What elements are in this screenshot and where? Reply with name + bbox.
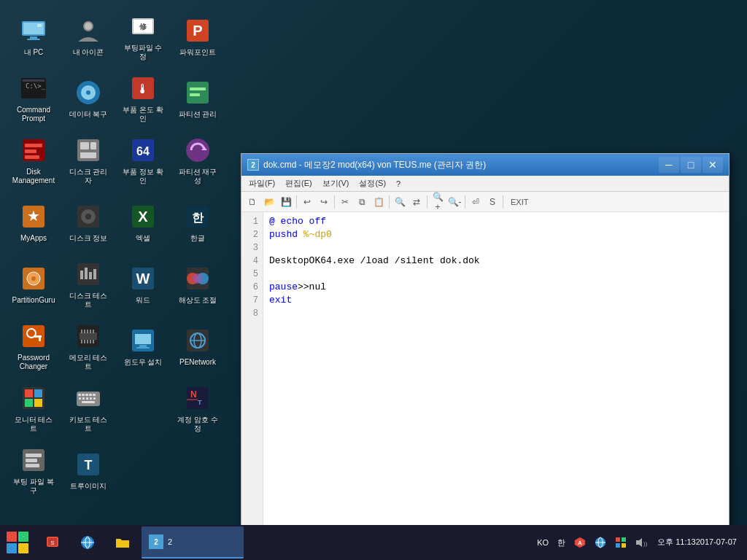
svg-text:T: T [198, 399, 202, 406]
desktop-icon-word[interactable]: W 워드 [117, 255, 169, 314]
desktop-icons-grid: 내 PC 내 아이콘 修 부팅파일 수정 [0, 0, 233, 510]
svg-rect-24 [25, 144, 42, 147]
close-button[interactable]: ✕ [703, 157, 723, 173]
toolbar-new[interactable]: 🗋 [244, 194, 260, 210]
desktop-icon-wininstall[interactable]: 윈도우 설치 [117, 317, 169, 376]
tray-clock[interactable]: 오후 11:13 2017-07-07 [653, 535, 741, 549]
tray-color[interactable] [612, 535, 630, 550]
desktop-icon-penetwork[interactable]: PENetwork [171, 317, 224, 376]
desktop-icon-mypc[interactable]: 내 PC [7, 7, 60, 66]
svg-text:P: P [193, 23, 202, 39]
desktop-icon-kbtest[interactable]: 키보드 테스트 [62, 379, 115, 438]
mypc-label: 내 PC [24, 48, 44, 57]
desktop-icon-bootfix[interactable]: 修 부팅파일 수정 [117, 7, 169, 66]
toolbar-exit[interactable]: EXIT [506, 196, 533, 208]
svg-rect-22 [190, 93, 200, 96]
start-button[interactable] [0, 525, 35, 560]
svg-rect-25 [25, 149, 36, 153]
bootfix-icon: 修 [128, 12, 158, 41]
partreconfig-label: 파티션 재구성 [175, 168, 220, 185]
desktop-icon-memtest[interactable]: 메모리 테스트 [62, 317, 115, 376]
desktop-icon-diskmanage[interactable]: Disk Management [7, 131, 60, 190]
desktop-icon-partreconfig[interactable]: 파티션 재구성 [171, 131, 224, 190]
desktop-icon-trueimage[interactable]: T 트루이미지 [62, 441, 115, 499]
toolbar-copy[interactable]: ⧉ [354, 194, 370, 210]
taskbar-app-notepad[interactable]: 2 2 [142, 526, 244, 559]
desktop-icon-excel[interactable]: X 엑셀 [117, 193, 169, 252]
taskbar-tray: KO 한 A [534, 535, 747, 550]
toolbar-s[interactable]: S [484, 194, 500, 210]
desktop-icon-coloradj[interactable]: 해상도 조절 [171, 255, 224, 314]
tray-sound[interactable]: )))) [632, 535, 650, 550]
svg-point-39 [85, 214, 91, 219]
toolbar-cut[interactable]: ✂ [337, 194, 353, 210]
toolbar-zoomin[interactable]: 🔍+ [430, 194, 446, 210]
menu-edit[interactable]: 편집(E) [281, 177, 317, 190]
taskbar-security-icon[interactable]: S [35, 525, 70, 560]
memtest-icon [74, 322, 103, 351]
toolbar-save[interactable]: 💾 [278, 194, 294, 210]
svg-rect-92 [93, 394, 96, 396]
tray-lang[interactable]: KO [534, 537, 551, 548]
toolbar-replace[interactable]: ⇄ [409, 194, 425, 210]
toolbar-sep-3 [389, 195, 390, 209]
excel-icon: X [128, 202, 158, 231]
maximize-button[interactable]: □ [681, 157, 701, 173]
toolbar-zoomout[interactable]: 🔍- [446, 194, 462, 210]
svg-rect-60 [34, 335, 42, 338]
desktop-icon-cmd[interactable]: C:\>_ Command Prompt [7, 69, 60, 128]
svg-rect-50 [89, 272, 92, 279]
desktop-icon-acctedit[interactable]: N T 계정 암호 수정 [171, 379, 224, 438]
tray-network[interactable] [592, 535, 609, 550]
notepad-window: 2 dok.cmd - 메모장2 mod(x64) von TEUS.me (관… [241, 153, 729, 532]
toolbar-redo[interactable]: ↪ [316, 194, 332, 210]
svg-text:T: T [85, 458, 93, 472]
desktop-icon-montest[interactable]: 모니터 테스트 [7, 379, 60, 438]
partition-icon [183, 78, 212, 107]
svg-text:X: X [138, 209, 148, 225]
toolbar-open[interactable]: 📂 [261, 194, 277, 210]
desktop-icon-myapps[interactable]: ★ MyApps [7, 193, 60, 252]
svg-marker-125 [636, 538, 642, 547]
desktop-icon-passchanger[interactable]: Password Changer [7, 317, 60, 376]
desktop-icon-disktest[interactable]: 디스크 테스트 [62, 255, 115, 314]
menu-settings[interactable]: 설정(S) [355, 177, 390, 190]
toolbar-search[interactable]: 🔍 [392, 194, 408, 210]
tray-han[interactable]: 한 [554, 536, 568, 550]
svg-point-46 [31, 276, 36, 281]
menu-file[interactable]: 파일(F) [244, 177, 279, 190]
svg-text:한: 한 [192, 211, 204, 224]
code-editor[interactable]: @ echo off pushd %~dp0 DesktopOK64.exe /… [263, 212, 729, 532]
desktop-icon-partguru[interactable]: PartitionGuru [7, 255, 60, 314]
desktop-icon-datarestore[interactable]: 데이터 복구 [62, 69, 115, 128]
svg-text:🌡: 🌡 [136, 82, 150, 96]
desktop-icon-diskmanager[interactable]: 디스크 관리자 [62, 131, 115, 190]
desktop-icon-myicon[interactable]: 내 아이콘 [62, 7, 115, 66]
toolbar-paste[interactable]: 📋 [371, 194, 387, 210]
desktop-icon-sysinfo[interactable]: 64 부품 정보 확인 [117, 131, 169, 190]
desktop-icon-hwp[interactable]: 한 한글 [171, 193, 224, 252]
desktop-icon-bootrestore[interactable]: 부팅 파일 복구 [7, 441, 60, 499]
disktest-icon [74, 260, 103, 289]
desktop-icon-diskinfo[interactable]: 디스크 정보 [62, 193, 115, 252]
tray-antivirus[interactable]: A [571, 535, 589, 550]
desktop-icon-tempcheck[interactable]: 🌡 부품 온도 확인 [117, 69, 169, 128]
code-line-1: @ echo off [269, 215, 723, 228]
svg-text:A: A [578, 540, 582, 546]
desktop-icon-powerpoint[interactable]: P 파워포인트 [171, 7, 224, 66]
tile-2 [18, 532, 28, 542]
menu-help[interactable]: ? [392, 179, 405, 189]
svg-rect-66 [87, 330, 88, 333]
taskbar-folder-icon[interactable] [105, 525, 140, 560]
acctedit-label: 계정 암호 수정 [175, 416, 220, 433]
powerpoint-label: 파워포인트 [179, 48, 216, 57]
minimize-button[interactable]: ─ [659, 157, 679, 173]
svg-rect-124 [622, 543, 626, 548]
toolbar-wordwrap[interactable]: ⏎ [468, 194, 484, 210]
desktop-icon-partition[interactable]: 파티션 관리 [171, 69, 224, 128]
toolbar-undo[interactable]: ↩ [299, 194, 315, 210]
partguru-label: PartitionGuru [12, 296, 55, 305]
taskbar-ie-icon[interactable] [70, 525, 105, 560]
menu-view[interactable]: 보기(V) [318, 177, 354, 190]
diskinfo-icon [74, 202, 103, 231]
